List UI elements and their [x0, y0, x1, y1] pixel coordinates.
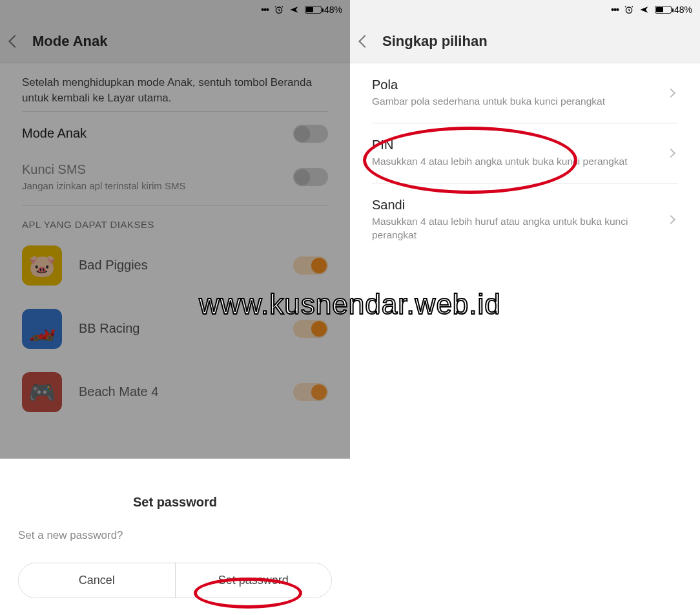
more-icon: •••: [261, 5, 269, 15]
back-icon[interactable]: [358, 35, 371, 48]
app-row[interactable]: 🏎️ BB Racing: [0, 297, 350, 360]
status-bar: ••• 48%: [0, 0, 350, 19]
app-row[interactable]: 🎮 Beach Mate 4: [0, 360, 350, 424]
mode-anak-row[interactable]: Mode Anak: [0, 112, 350, 156]
cancel-button[interactable]: Cancel: [19, 563, 175, 598]
sheet-message: Set a new password?: [18, 529, 332, 542]
kunci-sms-sub: Jangan izinkan apl terinstal kirim SMS: [22, 180, 185, 193]
header: Mode Anak: [0, 19, 350, 63]
option-title: Pola: [372, 78, 605, 92]
page-title: Mode Anak: [32, 33, 108, 50]
option-sub: Masukkan 4 atau lebih angka untuk buka k…: [372, 155, 628, 169]
option-sub: Gambar pola sederhana untuk buka kunci p…: [372, 95, 605, 109]
option-sandi[interactable]: Sandi Masukkan 4 atau lebih huruf atau a…: [350, 183, 700, 256]
app-toggle[interactable]: [293, 383, 328, 401]
airplane-icon: [639, 5, 650, 15]
battery-percent: 48%: [324, 5, 342, 15]
option-title: Sandi: [372, 198, 643, 213]
app-icon-bad-piggies: 🐷: [22, 245, 62, 286]
app-icon-bb-racing: 🏎️: [22, 309, 62, 349]
option-sub: Masukkan 4 atau lebih huruf atau angka u…: [372, 215, 643, 242]
option-pin[interactable]: PIN Masukkan 4 atau lebih angka untuk bu…: [350, 123, 700, 183]
app-toggle[interactable]: [293, 320, 328, 338]
back-icon[interactable]: [8, 35, 21, 48]
battery-percent: 48%: [674, 5, 692, 15]
kunci-sms-toggle[interactable]: [293, 168, 328, 186]
right-screenshot: ••• 48% Singkap pilihan Pola Gambar pola…: [350, 0, 700, 615]
left-screenshot: ••• 48% Mode Anak Setelah menghidupkan m…: [0, 0, 350, 615]
chevron-right-icon: [666, 149, 675, 158]
chevron-right-icon: [666, 89, 675, 98]
battery-indicator: 48%: [655, 5, 692, 15]
airplane-icon: [289, 5, 300, 15]
alarm-icon: [274, 5, 284, 15]
options-list: Pola Gambar pola sederhana untuk buka ku…: [350, 63, 700, 615]
app-name: BB Racing: [79, 321, 276, 336]
battery-icon: [655, 6, 672, 14]
apps-section-label: APL YANG DAPAT DIAKSES: [0, 206, 350, 234]
status-bar: ••• 48%: [350, 0, 700, 19]
intro-text: Setelah menghidupkan mode Anak, sentuh t…: [0, 63, 350, 111]
option-pola[interactable]: Pola Gambar pola sederhana untuk buka ku…: [350, 63, 700, 123]
sheet-buttons: Cancel Set password: [18, 563, 332, 598]
set-password-sheet: Set password Set a new password? Cancel …: [0, 475, 350, 615]
app-name: Beach Mate 4: [79, 384, 276, 399]
alarm-icon: [624, 5, 634, 15]
kunci-sms-row[interactable]: Kunci SMS Jangan izinkan apl terinstal k…: [0, 156, 350, 205]
mode-anak-label: Mode Anak: [22, 126, 87, 141]
battery-icon: [305, 6, 322, 14]
header: Singkap pilihan: [350, 19, 700, 63]
set-password-button[interactable]: Set password: [175, 563, 332, 598]
page-title: Singkap pilihan: [382, 33, 488, 50]
kunci-sms-label: Kunci SMS: [22, 162, 185, 177]
sheet-title: Set password: [18, 495, 332, 510]
app-icon-generic: 🎮: [22, 372, 62, 412]
mode-anak-toggle[interactable]: [293, 125, 328, 143]
more-icon: •••: [611, 5, 619, 15]
option-title: PIN: [372, 138, 628, 152]
chevron-right-icon: [666, 215, 675, 224]
app-name: Bad Piggies: [79, 258, 276, 273]
app-row[interactable]: 🐷 Bad Piggies: [0, 234, 350, 297]
battery-indicator: 48%: [305, 5, 342, 15]
app-toggle[interactable]: [293, 256, 328, 275]
